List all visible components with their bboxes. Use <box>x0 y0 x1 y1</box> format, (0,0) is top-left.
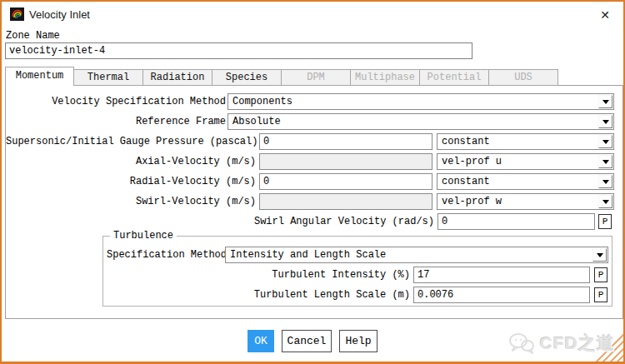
reference-frame-value: Absolute <box>228 116 598 127</box>
chevron-down-icon[interactable] <box>598 95 612 108</box>
help-button[interactable]: Help <box>339 330 378 352</box>
tab-species[interactable]: Species <box>212 69 282 86</box>
swirl-velocity-profile-dropdown[interactable]: vel-prof w <box>437 193 614 210</box>
watermark-text: CFD之道 <box>540 332 615 355</box>
chevron-down-icon[interactable] <box>598 115 612 128</box>
turbulent-length-scale-input[interactable] <box>413 287 590 303</box>
velocity-spec-method-label: Velocity Specification Method <box>6 93 226 110</box>
chevron-down-icon[interactable] <box>598 155 612 168</box>
tab-momentum[interactable]: Momentum <box>5 67 74 86</box>
cancel-button[interactable]: Cancel <box>282 330 332 352</box>
tab-multiphase: Multiphase <box>351 69 420 86</box>
swirl-angular-velocity-profile-button[interactable]: P <box>598 214 612 229</box>
radial-velocity-profile-value: constant <box>438 176 598 187</box>
axial-velocity-label: Axial-Velocity (m/s) <box>6 153 256 170</box>
title-bar: Velocity Inlet ✕ <box>2 2 623 27</box>
tab-potential: Potential <box>420 69 489 86</box>
zone-name-label: Zone Name <box>6 30 60 42</box>
gauge-pressure-input[interactable] <box>259 133 432 150</box>
turbulent-intensity-profile-button[interactable]: P <box>594 267 608 282</box>
reference-frame-label: Reference Frame <box>6 113 226 130</box>
axial-velocity-input <box>259 153 432 170</box>
fluent-logo-icon <box>10 7 24 21</box>
swirl-angular-velocity-label: Swirl Angular Velocity (rad/s) <box>6 213 434 230</box>
tab-thermal[interactable]: Thermal <box>74 69 143 86</box>
watermark: CFD之道 <box>508 332 615 355</box>
axial-velocity-profile-value: vel-prof u <box>438 156 598 167</box>
gauge-pressure-profile-dropdown[interactable]: constant <box>437 133 614 150</box>
turb-spec-method-value: Intensity and Length Scale <box>226 249 592 261</box>
chevron-down-icon[interactable] <box>598 135 612 148</box>
velocity-inlet-dialog: Velocity Inlet ✕ Zone Name Momentum Ther… <box>0 0 625 364</box>
momentum-panel: Velocity Specification Method Components… <box>5 85 623 319</box>
turbulent-intensity-input[interactable] <box>413 267 590 283</box>
reference-frame-dropdown[interactable]: Absolute <box>228 113 614 130</box>
ok-button[interactable]: OK <box>248 330 274 352</box>
turbulence-group-legend: Turbulence <box>110 230 177 242</box>
turb-spec-method-label: Specification Method <box>107 247 223 263</box>
swirl-velocity-input <box>259 193 432 210</box>
close-icon[interactable]: ✕ <box>598 7 612 22</box>
turbulent-length-scale-profile-button[interactable]: P <box>594 287 608 302</box>
tab-strip: Momentum Thermal Radiation Species DPM M… <box>5 67 558 86</box>
velocity-spec-method-value: Components <box>228 96 598 107</box>
gauge-pressure-profile-value: constant <box>438 136 598 147</box>
swirl-velocity-label: Swirl-Velocity (m/s) <box>6 193 256 210</box>
chevron-down-icon[interactable] <box>598 175 612 188</box>
turbulent-length-scale-label: Turbulent Length Scale (m) <box>103 287 410 303</box>
chevron-down-icon[interactable] <box>592 248 607 262</box>
dialog-title: Velocity Inlet <box>29 8 90 21</box>
wechat-icon <box>508 332 535 354</box>
radial-velocity-label: Radial-Velocity (m/s) <box>6 173 256 190</box>
turbulence-group: Turbulence Specification Method Intensit… <box>102 236 612 307</box>
tab-radiation[interactable]: Radiation <box>143 69 212 86</box>
swirl-angular-velocity-input[interactable] <box>438 213 595 230</box>
gauge-pressure-label: Supersonic/Initial Gauge Pressure (pasca… <box>6 133 256 150</box>
turb-spec-method-dropdown[interactable]: Intensity and Length Scale <box>225 247 608 263</box>
swirl-velocity-profile-value: vel-prof w <box>438 196 598 207</box>
chevron-down-icon[interactable] <box>598 195 612 208</box>
velocity-spec-method-dropdown[interactable]: Components <box>228 93 614 110</box>
axial-velocity-profile-dropdown[interactable]: vel-prof u <box>437 153 614 170</box>
turbulent-intensity-label: Turbulent Intensity (%) <box>103 267 410 283</box>
zone-name-input[interactable] <box>5 42 472 59</box>
tab-dpm: DPM <box>282 69 351 86</box>
radial-velocity-input[interactable] <box>259 173 432 190</box>
radial-velocity-profile-dropdown[interactable]: constant <box>437 173 614 190</box>
tab-uds: UDS <box>489 69 558 86</box>
